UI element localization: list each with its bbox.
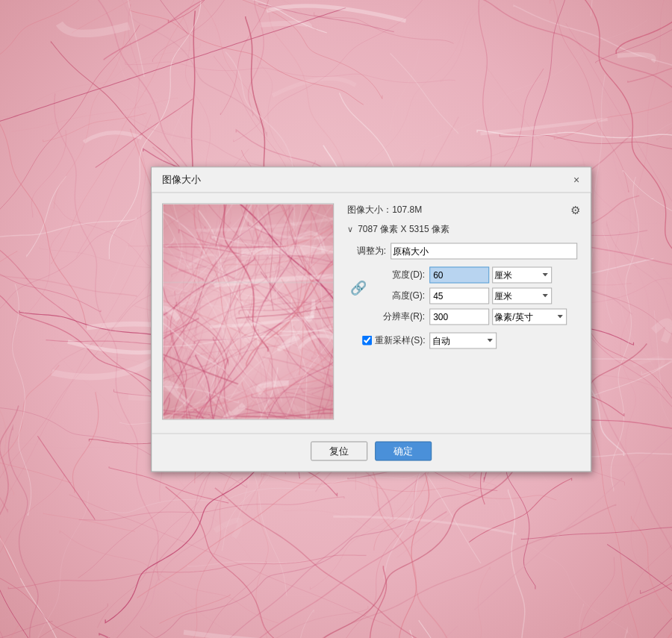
dialog-title: 图像大小 xyxy=(162,173,201,187)
resample-row: 重新采样(S): 自动 xyxy=(362,332,580,348)
preview-area xyxy=(162,203,334,419)
adjust-select[interactable]: 原稿大小 xyxy=(391,243,577,259)
dialog-body: 图像大小：107.8M ⚙ ∨ 7087 像素 X 5315 像素 调整为: 原… xyxy=(152,193,591,430)
dialog-title-bar: 图像大小 × xyxy=(152,167,591,193)
dimension-arrow: ∨ xyxy=(347,224,353,234)
adjust-row: 调整为: 原稿大小 xyxy=(347,243,580,259)
resample-select[interactable]: 自动 xyxy=(430,332,497,348)
dialog-footer: 复位 确定 xyxy=(152,433,591,471)
resolution-row: 分辨率(R): 像素/英寸 xyxy=(362,308,580,325)
image-size-label: 图像大小： xyxy=(347,204,392,215)
close-button[interactable]: × xyxy=(570,173,583,187)
controls-panel: 图像大小：107.8M ⚙ ∨ 7087 像素 X 5315 像素 调整为: 原… xyxy=(347,203,580,419)
width-unit-select[interactable]: 厘米 xyxy=(492,266,552,283)
resolution-unit-select[interactable]: 像素/英寸 xyxy=(492,308,567,325)
gear-icon[interactable]: ⚙ xyxy=(570,203,580,216)
height-label: 高度(G): xyxy=(362,290,429,302)
confirm-button[interactable]: 确定 xyxy=(375,441,432,460)
image-size-value: 107.8M xyxy=(392,204,422,215)
width-row: 宽度(D): 厘米 xyxy=(362,266,580,283)
top-info-row: 图像大小：107.8M ⚙ xyxy=(347,203,580,216)
height-row: 高度(G): 厘米 xyxy=(362,287,580,304)
width-input[interactable] xyxy=(429,266,489,283)
preview-image xyxy=(163,204,333,419)
resample-label[interactable]: 重新采样(S): xyxy=(362,334,425,347)
dimension-value: 7087 像素 X 5315 像素 xyxy=(358,222,449,235)
width-label: 宽度(D): xyxy=(362,269,429,281)
adjust-label: 调整为: xyxy=(347,245,391,257)
resample-label-text: 重新采样(S): xyxy=(375,334,425,347)
resample-checkbox[interactable] xyxy=(362,336,372,345)
image-size-info: 图像大小：107.8M xyxy=(347,204,422,216)
size-fields-container: 🔗 宽度(D): 厘米 高度(G): xyxy=(362,266,580,308)
dimension-row: ∨ 7087 像素 X 5315 像素 xyxy=(347,222,580,235)
height-unit-select[interactable]: 厘米 xyxy=(492,287,552,304)
reset-button[interactable]: 复位 xyxy=(311,441,367,460)
resolution-input[interactable] xyxy=(429,308,489,325)
image-size-dialog: 图像大小 × 图像大小：107.8M ⚙ xyxy=(151,166,591,472)
height-input[interactable] xyxy=(429,287,489,304)
dialog-wrapper: 图像大小 × 图像大小：107.8M ⚙ xyxy=(151,166,591,472)
resolution-label: 分辨率(R): xyxy=(362,310,429,323)
